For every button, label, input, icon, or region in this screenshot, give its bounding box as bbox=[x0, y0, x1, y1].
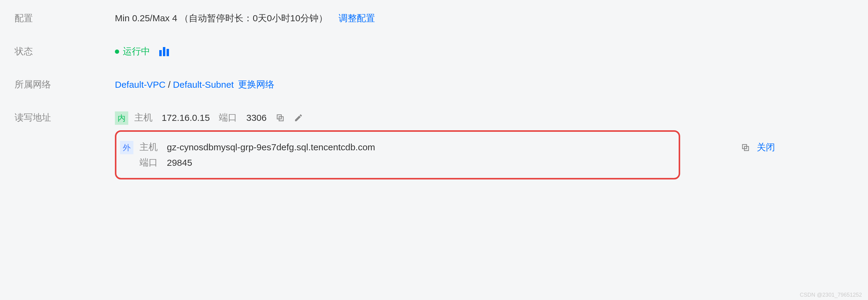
external-wrap: 外 主机 gz-cynosdbmysql-grp-9es7defg.sql.te… bbox=[115, 130, 775, 179]
network-row: 所属网络 Default-VPC / Default-Subnet 更换网络 bbox=[14, 78, 868, 91]
monitor-chart-icon[interactable] bbox=[159, 47, 169, 56]
change-network-link[interactable]: 更换网络 bbox=[238, 78, 274, 91]
separator: / bbox=[168, 79, 170, 90]
external-highlight-box: 外 主机 gz-cynosdbmysql-grp-9es7defg.sql.te… bbox=[115, 130, 680, 179]
internal-address-line: 内 主机 172.16.0.15 端口 3306 bbox=[115, 111, 775, 125]
external-port-line: 端口 29845 bbox=[140, 156, 375, 169]
external-port-label: 端口 bbox=[140, 156, 158, 169]
status-dot-icon bbox=[115, 49, 119, 54]
external-port-value: 29845 bbox=[167, 158, 192, 168]
internal-host-label: 主机 bbox=[134, 111, 153, 124]
address-row: 读写地址 内 主机 172.16.0.15 端口 3306 外 bbox=[14, 111, 868, 179]
external-sub: 主机 gz-cynosdbmysql-grp-9es7defg.sql.tenc… bbox=[140, 141, 375, 169]
external-host-value: gz-cynosdbmysql-grp-9es7defg.sql.tencent… bbox=[167, 142, 375, 153]
config-label: 配置 bbox=[14, 12, 115, 25]
status-row: 状态 运行中 bbox=[14, 45, 868, 58]
external-host-line: 主机 gz-cynosdbmysql-grp-9es7defg.sql.tenc… bbox=[140, 141, 375, 153]
adjust-config-link[interactable]: 调整配置 bbox=[339, 12, 375, 25]
close-external-link[interactable]: 关闭 bbox=[757, 141, 775, 154]
watermark: CSDN @2301_79651252 bbox=[800, 292, 862, 298]
internal-kv: 主机 172.16.0.15 端口 3306 bbox=[134, 111, 303, 124]
internal-host-value: 172.16.0.15 bbox=[162, 113, 210, 123]
copy-external-icon[interactable] bbox=[741, 143, 750, 152]
external-host-label: 主机 bbox=[140, 141, 158, 153]
subnet-link[interactable]: Default-Subnet bbox=[173, 79, 234, 90]
external-badge: 外 bbox=[120, 141, 133, 154]
network-label: 所属网络 bbox=[14, 78, 115, 91]
edit-icon[interactable] bbox=[294, 113, 303, 122]
config-value-wrap: Min 0.25/Max 4 （自动暂停时长：0天0小时10分钟） 调整配置 bbox=[115, 12, 375, 25]
address-label: 读写地址 bbox=[14, 111, 115, 124]
vpc-link[interactable]: Default-VPC bbox=[115, 79, 166, 90]
address-block: 内 主机 172.16.0.15 端口 3306 外 主机 bbox=[115, 111, 775, 179]
config-value: Min 0.25/Max 4 （自动暂停时长：0天0小时10分钟） bbox=[115, 12, 328, 25]
internal-port-value: 3306 bbox=[246, 113, 267, 123]
status-value-wrap: 运行中 bbox=[115, 45, 169, 58]
network-value-wrap: Default-VPC / Default-Subnet 更换网络 bbox=[115, 78, 274, 91]
external-actions: 关闭 bbox=[741, 130, 775, 154]
internal-port-label: 端口 bbox=[219, 111, 237, 124]
status-text: 运行中 bbox=[123, 45, 150, 58]
internal-badge: 内 bbox=[115, 111, 128, 125]
copy-icon[interactable] bbox=[276, 113, 285, 122]
config-row: 配置 Min 0.25/Max 4 （自动暂停时长：0天0小时10分钟） 调整配… bbox=[14, 12, 868, 25]
status-label: 状态 bbox=[14, 45, 115, 58]
